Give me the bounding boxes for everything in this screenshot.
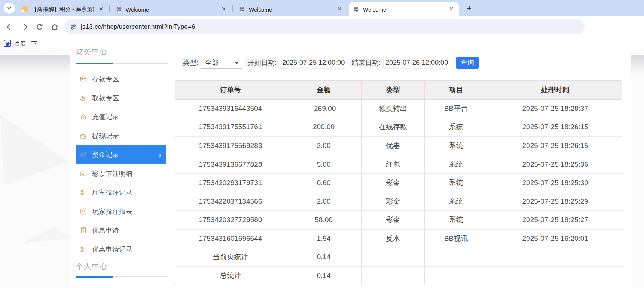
- watermark-triangles: [0, 49, 70, 288]
- reload-icon[interactable]: [35, 22, 44, 31]
- site-settings-icon[interactable]: [70, 23, 77, 31]
- tab-strip: 【新提醒】积分 - 海燕策略论坛 × Welcome × Welcome: [0, 0, 644, 16]
- sidebar-item-label: 优惠申请记录: [92, 245, 132, 254]
- type-select-value: 全部: [205, 59, 219, 66]
- table-header-row: 订单号 金额 类型 项目 处理时间: [175, 81, 622, 99]
- cell-amount: 0.60: [286, 173, 361, 192]
- tab-welcome-active[interactable]: Welcome ×: [349, 2, 459, 16]
- close-icon[interactable]: ×: [220, 6, 228, 13]
- sidebar-item-promo-apply-records[interactable]: 优惠申请记录: [76, 240, 166, 259]
- sidebar-item-withdraw[interactable]: 取款专区: [76, 89, 166, 108]
- sidebar-item-label: 厅室投注记录: [92, 188, 132, 197]
- browser-window: 【新提醒】积分 - 海燕策略论坛 × Welcome × Welcome: [0, 0, 644, 288]
- section-title-finance: 财务中心: [76, 49, 107, 57]
- header-shadow: [631, 55, 644, 74]
- cell-type: [361, 248, 424, 267]
- money-bag-icon: ¥: [80, 113, 87, 121]
- cell-project: 系统: [424, 210, 488, 229]
- address-bar[interactable]: js13.cc/hhcp/usercenter.html?iniType=6: [64, 19, 585, 34]
- column-header-project: 项目: [424, 81, 488, 99]
- cell-project: 系统: [424, 118, 488, 137]
- sidebar-item-deposit[interactable]: 存款专区: [76, 70, 166, 89]
- table-row: 1753420327729580 58.00 彩金 系统 2025-07-25 …: [175, 210, 622, 229]
- end-date-input[interactable]: 2025-07-26 12:00:00: [383, 57, 447, 69]
- forward-icon[interactable]: [20, 22, 29, 31]
- cell-amount: 1.54: [286, 229, 361, 248]
- cell-amount: -269.00: [286, 99, 361, 118]
- cell-amount: 200.00: [286, 118, 361, 137]
- sidebar-item-recharge-records[interactable]: ¥ 充值记录: [76, 107, 166, 127]
- cell-order-no: 1753439316443504: [175, 99, 286, 118]
- query-button[interactable]: 查询: [456, 57, 479, 69]
- sidebar-item-label: 充值记录: [92, 112, 119, 121]
- sidebar-item-promo-apply[interactable]: ¥ 优惠申请: [76, 221, 166, 240]
- start-date-input[interactable]: 2025-07-25 12:00:00: [280, 57, 344, 69]
- tab-welcome-1[interactable]: Welcome ×: [112, 2, 231, 16]
- list-detail-icon: [80, 189, 87, 196]
- page-left-margin: [0, 49, 70, 288]
- tab-separator: [232, 5, 233, 12]
- tab-forum[interactable]: 【新提醒】积分 - 海燕策略论坛 ×: [17, 2, 109, 16]
- cell-order-no: 1753439136677828: [175, 155, 286, 174]
- type-label: 类型:: [181, 58, 201, 67]
- sidebar-item-player-bet-report[interactable]: 玩家投注报表: [76, 202, 166, 221]
- cell-process-time: 2025-07-25 18:25:36: [488, 155, 622, 174]
- url-text: js13.cc/hhcp/usercenter.html?iniType=6: [81, 23, 195, 31]
- cell-order-no: 1753439175569283: [175, 136, 286, 155]
- home-icon[interactable]: [50, 22, 59, 31]
- table-row: 1753439175569283 2.00 优惠 系统 2025-07-25 1…: [175, 136, 622, 155]
- type-select[interactable]: 全部: [201, 57, 242, 69]
- cell-type: 彩金: [361, 173, 424, 192]
- close-icon[interactable]: ×: [448, 6, 455, 13]
- cell-process-time: 2025-07-25 18:26:15: [488, 118, 622, 137]
- start-date-label: 开始日期:: [245, 58, 279, 67]
- ticket-icon: ¥: [80, 227, 87, 234]
- withdraw-hand-icon: [80, 94, 87, 102]
- cell-amount: 0.14: [286, 266, 361, 285]
- doc-lines-icon: [80, 170, 87, 178]
- table-row: 1753420293179731 0.60 彩金 系统 2025-07-25 1…: [175, 173, 622, 192]
- tab-title: Welcome: [249, 6, 333, 13]
- cell-project: [424, 248, 488, 267]
- cell-amount: 2.00: [286, 136, 361, 155]
- cell-type: 红包: [361, 155, 424, 174]
- column-header-amount: 金额: [286, 81, 361, 99]
- svg-text:¥: ¥: [83, 229, 85, 233]
- tab-title: Welcome: [126, 6, 217, 13]
- sidebar-item-withdraw-records[interactable]: 提现记录: [76, 127, 166, 146]
- sidebar-item-lottery-bets[interactable]: 彩票下注明细: [76, 164, 166, 184]
- chevron-down-icon: [6, 5, 13, 12]
- cell-process-time: 2025-07-25 18:25:29: [488, 192, 622, 211]
- sidebar-item-funds-records[interactable]: ¥ 资金记录 ›: [76, 145, 166, 164]
- cell-process-time: 2025-07-25 16:20:01: [488, 229, 622, 248]
- sidebar-item-label: 彩票下注明细: [92, 169, 132, 178]
- sidebar-item-label: 存款专区: [92, 75, 119, 84]
- cell-process-time: 2025-07-25 18:25:27: [488, 210, 622, 229]
- cell-order-no: 1753420327729580: [175, 210, 286, 229]
- tab-welcome-2[interactable]: Welcome ×: [235, 2, 347, 16]
- tab-title: 【新提醒】积分 - 海燕策略论坛: [31, 6, 94, 13]
- close-icon[interactable]: ×: [97, 6, 105, 13]
- cell-type: 彩金: [361, 192, 424, 211]
- sidebar-item-label: 优惠申请: [92, 226, 119, 235]
- cell-process-time: 2025-07-25 18:26:15: [488, 136, 622, 155]
- close-icon[interactable]: ×: [336, 6, 343, 13]
- cell-type: 彩金: [361, 210, 424, 229]
- sidebar-item-hall-bet-records[interactable]: 厅室投注记录: [76, 183, 166, 202]
- new-tab-button[interactable]: +: [464, 3, 474, 14]
- back-icon[interactable]: [5, 22, 14, 31]
- tab-separator: [109, 5, 110, 12]
- sidebar-item-label: 玩家投注报表: [92, 207, 132, 216]
- cell-amount: 0.14: [286, 248, 361, 267]
- tab-search-button[interactable]: [4, 3, 15, 14]
- cell-order-no: 当前页统计: [175, 248, 286, 267]
- table-row-page-total: 当前页统计 0.14: [175, 248, 622, 267]
- forum-favicon-icon: [22, 6, 28, 12]
- cell-type: [361, 266, 424, 285]
- sidebar-divider: [171, 49, 171, 288]
- page-right-margin: [631, 49, 644, 288]
- cell-process-time: 2025-07-25 18:25:30: [488, 173, 622, 192]
- table-row: 1753431601696644 1.54 反水 BB视讯 2025-07-25…: [175, 229, 622, 248]
- bookmark-baidu[interactable]: 百度一下: [4, 37, 37, 49]
- table-row: 1753439136677828 5.00 红包 系统 2025-07-25 1…: [175, 155, 622, 174]
